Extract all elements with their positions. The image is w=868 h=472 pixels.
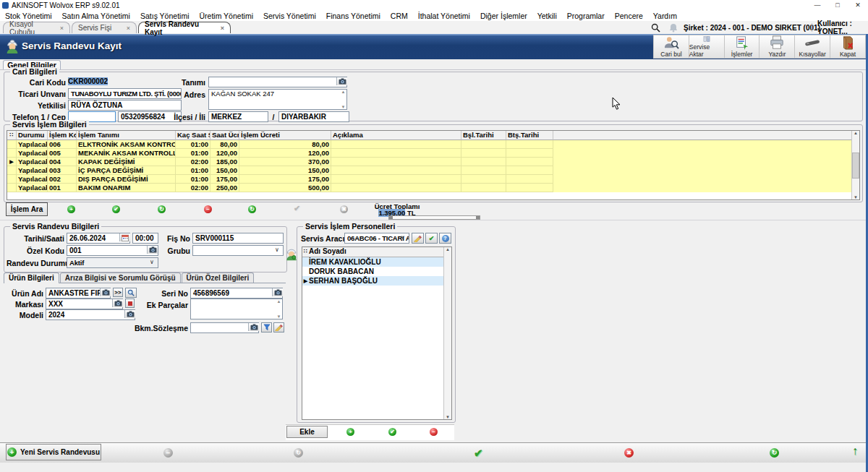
scroll-down-icon[interactable]: ▼ (446, 415, 450, 419)
urun-adi-search-button[interactable] (125, 288, 137, 298)
col-islem-ucreti[interactable]: İşlem Ücreti (239, 131, 331, 140)
tab-kisayol-cubugu[interactable]: Kısayol Çubuğu × (3, 22, 70, 33)
seri-no-field[interactable]: 456896569 (190, 288, 283, 299)
service-item-row-current[interactable]: ▶ Yapılacak 004 KAPAK DEĞİŞİMİ 02:00 185… (7, 158, 859, 166)
menu-ithalat[interactable]: İthalat Yönetimi (413, 12, 475, 20)
personnel-list[interactable]: ∷ Adı Soyadı İREM KAVAKLIOĞLU DORUK BABA… (302, 246, 452, 420)
servis-araci-help-button[interactable]: ? (439, 233, 451, 244)
tab-ariza-bilgisi[interactable]: Arıza Bilgisi ve Sorumlu Görüşü (60, 273, 181, 283)
search-icon[interactable] (651, 23, 660, 33)
personnel-add-icon[interactable]: + (346, 428, 354, 436)
markasi-lookup-button[interactable] (112, 299, 123, 307)
menu-satin-alma[interactable]: Satın Alma Yönetimi (57, 12, 135, 20)
ozel-kodu-lookup-button[interactable] (147, 246, 158, 254)
bkm-clear-button[interactable] (273, 322, 284, 332)
menu-satis[interactable]: Satış Yönetimi (135, 12, 195, 20)
col-durumu[interactable]: Durumu (17, 131, 48, 140)
chevron-down-icon[interactable]: ∨ (275, 246, 285, 253)
nav-post-icon[interactable]: ↻ (158, 205, 166, 213)
tanimi-lookup-button[interactable] (336, 77, 347, 85)
tab-urun-bilgileri[interactable]: Ürün Bilgileri (4, 273, 59, 283)
menu-crm[interactable]: CRM (386, 12, 413, 20)
saat-field[interactable]: 00:00 (132, 233, 158, 244)
scroll-up-icon[interactable]: ▲ (341, 90, 346, 94)
notifications[interactable] (669, 21, 678, 34)
kapat-button[interactable]: Kapat (830, 35, 865, 58)
fis-no-field[interactable]: SRV000115 (192, 233, 284, 244)
service-items-grid[interactable]: ∷ Durumu İşlem Kodu İşlem Tanımı Kaç Saa… (7, 130, 860, 200)
company-indicator[interactable]: Şirket : 2024 - 001 - DEMO SIRKET (001) (684, 21, 820, 34)
bottom-cancel-icon[interactable]: ✖ (624, 448, 634, 458)
col-adi-soyadi[interactable]: Adı Soyadı (309, 247, 451, 257)
ekle-button[interactable]: Ekle (286, 426, 328, 438)
bottom-up-arrow-icon[interactable]: ↑ (852, 445, 858, 458)
menu-servis[interactable]: Servis Yönetimi (258, 12, 321, 20)
menu-diger[interactable]: Diğer İşlemler (475, 12, 532, 20)
menu-pencere[interactable]: Pencere (610, 12, 648, 20)
service-item-row[interactable]: Yapılacak 002 DIŞ PARÇA DEĞİŞİMİ 01:00 1… (7, 175, 859, 184)
personnel-scrollbar[interactable]: ▲ ▼ (443, 247, 451, 419)
islem-ara-button[interactable]: İşlem Ara (6, 202, 48, 216)
personnel-row[interactable]: İREM KAVAKLIOĞLU (302, 257, 451, 267)
markasi-field[interactable]: XXX (46, 299, 123, 309)
scroll-down-icon[interactable]: ▼ (277, 314, 281, 319)
menu-uretim[interactable]: Üretim Yönetimi (194, 12, 258, 20)
tab-close-icon[interactable]: × (54, 25, 64, 32)
modeli-lookup-button[interactable] (124, 310, 135, 318)
service-item-row[interactable]: Yapılacak 003 İÇ PARÇA DEĞİŞİMİ 01:00 15… (7, 166, 859, 175)
menu-finans[interactable]: Finans Yönetimi (321, 12, 386, 20)
minimize-button[interactable]: — (807, 0, 827, 11)
personnel-delete-icon[interactable]: − (430, 428, 438, 436)
yetkilisi-field[interactable]: RÜYA ÖZTUNA (68, 100, 182, 111)
scroll-up-icon[interactable]: ▲ (446, 247, 450, 252)
grid-vertical-scrollbar[interactable]: ▲ ▼ (851, 131, 859, 199)
tab-servis-randevu-kayit[interactable]: Servis Randevu Kayıt × (138, 22, 231, 33)
adres-field[interactable]: KAĞAN SOKAK 247 (208, 89, 347, 110)
chevron-down-icon[interactable]: ∨ (150, 259, 285, 265)
ek-parcalar-field[interactable] (190, 299, 283, 319)
menu-stok[interactable]: Stok Yönetimi (0, 12, 57, 20)
yeni-servis-randevusu-button[interactable]: + Yeni Servis Randevusu (6, 444, 101, 460)
personnel-confirm-icon[interactable]: ✔ (388, 428, 396, 436)
nav-add-icon[interactable]: + (67, 205, 75, 213)
scroll-left-handle[interactable] (389, 216, 393, 219)
col-islem-kodu[interactable]: İşlem Kodu (48, 131, 77, 140)
servis-araci-clear-button[interactable] (412, 233, 424, 244)
tanimi-field[interactable] (208, 77, 347, 87)
tab-close-icon[interactable]: × (215, 25, 224, 32)
service-item-row[interactable]: Yapılacak 006 ELKTRONİK AKSAM KONTROLLER… (7, 140, 859, 149)
col-bsl-tarihi[interactable]: Bşl.Tarihi (461, 131, 506, 140)
kisayollar-button[interactable]: Kısayollar (795, 35, 830, 58)
scroll-up-icon[interactable]: ▲ (277, 299, 281, 304)
col-islem-tanimi[interactable]: İşlem Tanımı (77, 131, 176, 140)
tab-urun-ozel-bilgileri[interactable]: Ürün Özel Bilgileri (182, 273, 255, 283)
urun-adi-lookup-button[interactable] (100, 288, 111, 296)
cari-bul-button[interactable]: Cari bul (654, 35, 689, 58)
modeli-field[interactable]: 2024 (46, 309, 135, 320)
nav-delete-icon[interactable]: − (204, 205, 212, 213)
tab-close-icon[interactable]: × (121, 25, 130, 32)
yazdir-button[interactable]: Yazdır (760, 35, 795, 58)
col-kac-saat[interactable]: Kaç Saat Sürdü (176, 131, 210, 140)
maximize-button[interactable]: □ (827, 0, 848, 11)
scroll-right-handle[interactable] (476, 216, 480, 219)
servis-araci-apply-button[interactable]: ✔ (425, 233, 438, 244)
ilce-field[interactable]: MERKEZ (208, 111, 268, 122)
seri-no-lookup-button[interactable] (272, 288, 283, 296)
nav-refresh-icon[interactable]: ↻ (248, 205, 256, 213)
bottom-save-icon[interactable]: ✔ (474, 447, 483, 460)
bkm-filter-button[interactable] (261, 322, 272, 332)
menu-yardim[interactable]: Yardım (648, 12, 682, 20)
ozel-kodu-field[interactable]: 001 (67, 245, 158, 256)
randevu-durumu-select[interactable]: Aktif (67, 257, 158, 268)
service-item-row[interactable]: Yapılacak 005 MEKANİK AKSAM KONTROLLERİ … (7, 149, 859, 158)
tab-servis-fisi[interactable]: Servis Fişi × (72, 22, 137, 33)
adres-scrollbar[interactable]: ▲ ▼ (340, 90, 346, 109)
cari-kodu-value[interactable]: CKR000002 (68, 77, 108, 85)
menu-programlar[interactable]: Programlar (562, 12, 610, 20)
il-field[interactable]: DIYARBAKIR (278, 111, 349, 122)
scroll-up-icon[interactable]: ▲ (854, 131, 858, 135)
servise-aktar-button[interactable]: Servise Aktar (689, 35, 725, 58)
col-aciklama[interactable]: Açıklama (331, 131, 461, 140)
scroll-down-icon[interactable]: ▼ (341, 105, 346, 109)
